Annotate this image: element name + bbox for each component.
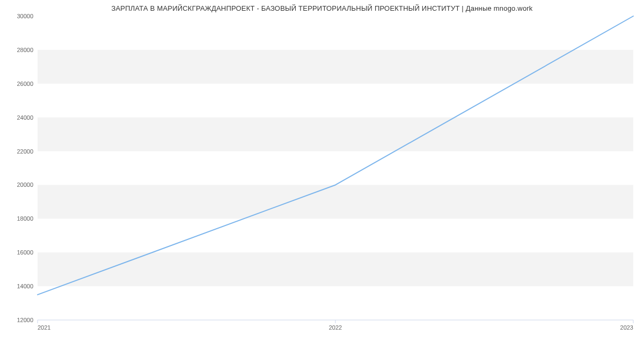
grid-band — [38, 252, 633, 286]
grid-band — [38, 118, 633, 151]
x-tick-label: 2022 — [329, 324, 342, 331]
y-tick-label: 24000 — [17, 114, 33, 121]
chart-canvas: 1200014000160001800020000220002400026000… — [0, 0, 644, 349]
x-tick-label: 2023 — [620, 324, 633, 331]
y-tick-label: 30000 — [17, 13, 33, 19]
y-tick-label: 12000 — [17, 317, 33, 323]
grid-band — [38, 185, 633, 219]
y-tick-label: 18000 — [17, 215, 33, 222]
y-tick-label: 28000 — [17, 47, 33, 53]
y-tick-label: 26000 — [17, 81, 33, 87]
y-tick-label: 16000 — [17, 249, 33, 256]
y-tick-label: 22000 — [17, 148, 33, 155]
y-tick-label: 20000 — [17, 181, 33, 188]
salary-line-chart: ЗАРПЛАТА В МАРИЙСКГРАЖДАНПРОЕКТ - БАЗОВЫ… — [0, 0, 644, 349]
y-tick-label: 14000 — [17, 283, 33, 289]
x-tick-label: 2021 — [38, 324, 50, 331]
